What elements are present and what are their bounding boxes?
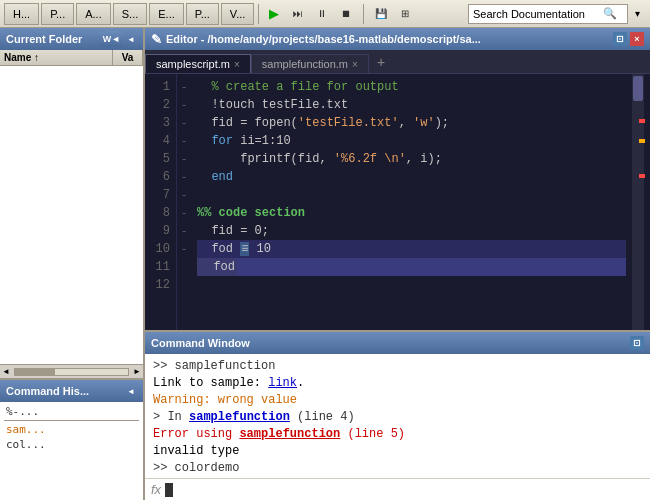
tab-samplescript[interactable]: samplescript.m × bbox=[145, 54, 251, 73]
editor-scrollbar[interactable] bbox=[632, 74, 644, 330]
editor-content: 12345 678910 1112 ----- - --- - % create… bbox=[145, 74, 650, 330]
history-panel-header: Command His... ◄ bbox=[0, 380, 143, 402]
toolbar-tabs: H... P... A... S... E... P... V... bbox=[4, 3, 254, 25]
col-name: Name ↑ bbox=[0, 50, 113, 65]
cmd-line-1: >> samplefunction bbox=[153, 358, 642, 375]
error-func-link-2[interactable]: samplefunction bbox=[239, 427, 340, 441]
tab-editor[interactable]: E... bbox=[149, 3, 184, 25]
col-val: Va bbox=[113, 50, 143, 65]
code-editor[interactable]: % create a file for output !touch testFi… bbox=[191, 74, 632, 330]
scroll-right-arrow[interactable]: ► bbox=[131, 367, 143, 376]
cmd-line-2: Link to sample: link. bbox=[153, 375, 642, 392]
cmd-line-5: Error using samplefunction (line 5) bbox=[153, 426, 642, 443]
command-expand-button[interactable]: ⊡ bbox=[630, 336, 644, 350]
command-content[interactable]: >> samplefunction Link to sample: link. … bbox=[145, 354, 650, 478]
folder-tab-mini[interactable]: W◄ bbox=[100, 31, 123, 47]
left-panel: Current Folder W◄ ◄ Name ↑ Va ◄ bbox=[0, 28, 145, 500]
scroll-thumb bbox=[15, 369, 55, 375]
folder-header-left: Current Folder bbox=[6, 33, 82, 45]
error-markers bbox=[639, 74, 644, 330]
folder-title: Current Folder bbox=[6, 33, 82, 45]
folder-panel-header: Current Folder W◄ ◄ bbox=[0, 28, 143, 50]
folder-collapse-arrow[interactable]: ◄ bbox=[125, 35, 137, 44]
sample-link[interactable]: link bbox=[268, 376, 297, 390]
command-cursor bbox=[165, 483, 173, 497]
scroll-track[interactable] bbox=[14, 368, 129, 376]
editor-panel: ✎ Editor - /home/andy/projects/base16-ma… bbox=[145, 28, 650, 330]
cmd-line-4: > In samplefunction (line 4) bbox=[153, 409, 642, 426]
tab-close-samplescript[interactable]: × bbox=[234, 59, 240, 70]
list-item[interactable]: sam... bbox=[4, 422, 139, 437]
cmd-line-3: Warning: wrong value bbox=[153, 392, 642, 409]
editor-tabs: samplescript.m × samplefunction.m × + bbox=[145, 50, 650, 74]
tab-close-samplefunction[interactable]: × bbox=[352, 59, 358, 70]
toolbar: H... P... A... S... E... P... V... ▶ ⏭ ⏸… bbox=[0, 0, 650, 28]
fx-label: fx bbox=[151, 482, 161, 497]
command-input-row: fx bbox=[145, 478, 650, 500]
editor-title: Editor - /home/andy/projects/base16-matl… bbox=[166, 33, 481, 45]
tab-plots[interactable]: P... bbox=[41, 3, 74, 25]
add-tab-button[interactable]: + bbox=[369, 51, 393, 73]
editor-title-bar: ✎ Editor - /home/andy/projects/base16-ma… bbox=[145, 28, 650, 50]
step-button[interactable]: ⏭ bbox=[287, 3, 309, 25]
editor-close-button[interactable]: × bbox=[630, 32, 644, 46]
folder-content[interactable] bbox=[0, 66, 143, 364]
search-box[interactable]: 🔍 bbox=[468, 4, 628, 24]
error-marker-1 bbox=[639, 119, 645, 123]
list-item[interactable]: col... bbox=[4, 437, 139, 452]
search-input[interactable] bbox=[473, 8, 603, 20]
scroll-left-arrow[interactable]: ◄ bbox=[0, 367, 12, 376]
right-panel: ✎ Editor - /home/andy/projects/base16-ma… bbox=[145, 28, 650, 500]
editor-expand-button[interactable]: ⊡ bbox=[613, 32, 627, 46]
cmd-line-6: invalid type bbox=[153, 443, 642, 460]
sep2 bbox=[363, 4, 364, 24]
search-icon[interactable]: 🔍 bbox=[603, 7, 617, 20]
breakpoint-button[interactable]: ⊞ bbox=[394, 3, 416, 25]
stop-button[interactable]: ⏹ bbox=[335, 3, 357, 25]
history-collapse-arrow[interactable]: ◄ bbox=[125, 387, 137, 396]
list-item[interactable]: %-... bbox=[4, 404, 139, 419]
command-panel: Command Window ⊡ >> samplefunction Link … bbox=[145, 330, 650, 500]
toolbar-action-icons: ▶ ⏭ ⏸ ⏹ 💾 ⊞ bbox=[263, 3, 416, 25]
folder-scrollbar[interactable]: ◄ ► bbox=[0, 364, 143, 378]
current-folder-panel: Current Folder W◄ ◄ Name ↑ Va ◄ bbox=[0, 28, 143, 380]
tab-view[interactable]: V... bbox=[221, 3, 255, 25]
toolbar-separator bbox=[258, 4, 259, 24]
warning-marker-1 bbox=[639, 139, 645, 143]
editor-right-sidebar bbox=[632, 74, 650, 330]
line-numbers: 12345 678910 1112 bbox=[145, 74, 177, 330]
breakpoint-column: ----- - --- - bbox=[177, 74, 191, 330]
command-panel-header: Command Window ⊡ bbox=[145, 332, 650, 354]
error-marker-2 bbox=[639, 174, 645, 178]
main-layout: Current Folder W◄ ◄ Name ↑ Va ◄ bbox=[0, 28, 650, 500]
tab-apps[interactable]: A... bbox=[76, 3, 111, 25]
tab-home[interactable]: H... bbox=[4, 3, 39, 25]
command-window-title: Command Window bbox=[151, 337, 250, 349]
command-history-panel: Command His... ◄ %-... sam... col... bbox=[0, 380, 143, 500]
run-button[interactable]: ▶ bbox=[263, 3, 285, 25]
tab-samplefunction[interactable]: samplefunction.m × bbox=[251, 54, 369, 73]
filter-button[interactable]: ▾ bbox=[628, 5, 646, 23]
folder-column-headers: Name ↑ Va bbox=[0, 50, 143, 66]
tab-publish[interactable]: P... bbox=[186, 3, 219, 25]
error-func-link-1[interactable]: samplefunction bbox=[189, 410, 290, 424]
pause-button[interactable]: ⏸ bbox=[311, 3, 333, 25]
cmd-line-7: >> colordemo bbox=[153, 460, 642, 477]
history-separator bbox=[4, 420, 139, 421]
history-title: Command His... bbox=[6, 385, 89, 397]
save-button[interactable]: 💾 bbox=[370, 3, 392, 25]
history-content: %-... sam... col... bbox=[0, 402, 143, 500]
tab-scripts[interactable]: S... bbox=[113, 3, 148, 25]
